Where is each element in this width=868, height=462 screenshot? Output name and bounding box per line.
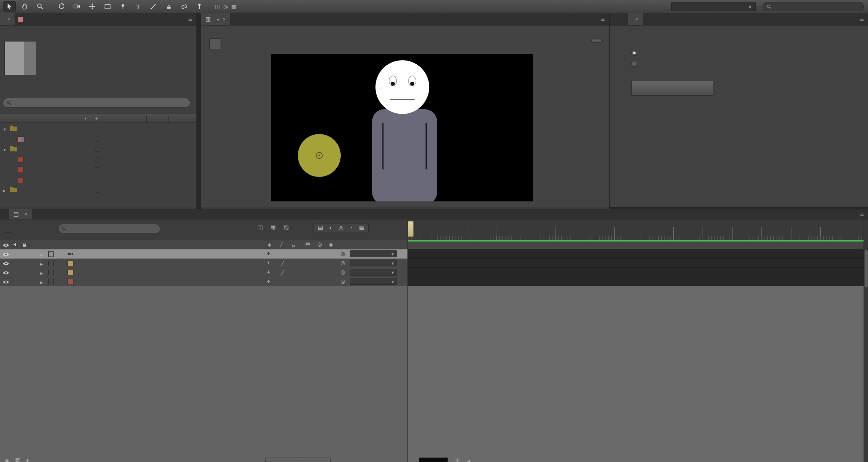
parent-dropdown[interactable] [350,269,397,276]
mask-shape-tool-button[interactable] [101,1,114,12]
add-icon[interactable] [26,457,29,462]
twirl-right-icon[interactable] [40,252,43,257]
video-column-eye-icon[interactable] [3,243,9,248]
layer-row-camera-1[interactable] [0,249,407,259]
pan-behind-tool-button[interactable] [86,1,98,12]
graph-editor-icon[interactable] [359,225,364,231]
help-search-box[interactable] [762,2,864,11]
layer-row-back-layer[interactable] [0,268,407,277]
twirl-down-icon[interactable] [3,147,6,152]
type-tool-button[interactable]: T [132,1,144,12]
time-navigator-box[interactable] [419,458,448,462]
clone-stamp-tool-button[interactable] [163,1,175,12]
layer-color-chip[interactable] [48,279,54,284]
hand-tool-button[interactable] [19,1,31,12]
panel-menu-icon[interactable] [860,211,864,217]
label-color-chip[interactable] [95,178,99,182]
puppet-pin-tool-button[interactable] [193,1,206,12]
label-color-chip[interactable] [95,167,99,172]
panel-menu-icon[interactable] [601,16,605,22]
tab-composition[interactable] [201,13,230,25]
playhead-line[interactable] [408,222,409,462]
timeline-search-input[interactable] [67,226,157,232]
vertical-scrollbar[interactable] [864,219,868,462]
draft-3d-icon[interactable] [270,225,276,230]
column-divider[interactable] [92,115,92,124]
column-divider[interactable] [146,115,147,124]
orbit-camera-tool-button[interactable] [55,1,68,12]
label-color-chip[interactable] [95,127,99,131]
panel-group-chip[interactable] [18,17,23,22]
track-bar-back-layer[interactable] [408,268,864,277]
composition-mini-flowchart-icon[interactable] [257,225,263,230]
selection-tool-button[interactable] [3,1,16,12]
label-color-chip[interactable] [95,147,99,152]
twirl-down-icon[interactable] [3,126,6,131]
project-search-box[interactable] [3,98,190,108]
project-row-solids[interactable] [0,185,196,195]
help-search-input[interactable] [774,3,859,10]
project-row-body-ai[interactable] [0,154,196,164]
make-2-sided-layer-button[interactable] [631,81,714,96]
quality-switch-icon[interactable] [281,261,284,266]
project-row-happy-face-ai[interactable] [0,164,196,175]
timeline-search-box[interactable] [58,224,160,233]
label-color-chip[interactable] [95,188,99,193]
renderer-button[interactable] [591,39,601,43]
tab-two-sided-layer-script[interactable] [628,13,643,25]
pen-tool-button[interactable] [117,1,129,12]
world-axis-icon[interactable] [231,4,237,10]
parent-dropdown[interactable] [350,250,397,257]
tab-footage[interactable] [239,13,248,25]
eye-icon[interactable] [3,261,9,267]
frame-blend-icon[interactable] [318,225,323,231]
radio-precomposition[interactable] [631,61,641,67]
composition-canvas[interactable] [271,54,533,201]
lock-column-icon[interactable] [22,242,27,247]
project-column-header[interactable] [0,114,196,123]
camera-tool-button[interactable] [71,1,83,12]
radio-current-composition[interactable] [631,50,641,56]
track-bar-camera-1[interactable] [408,249,864,259]
work-area-bar[interactable] [408,240,864,242]
column-divider[interactable] [168,115,168,124]
motion-blur-icon[interactable] [329,225,333,231]
chevron-down-icon[interactable] [216,17,220,22]
scrollbar-thumb[interactable] [865,250,868,287]
eye-icon[interactable] [3,252,9,258]
track-bar-front-layer[interactable] [408,259,864,268]
audio-column-speaker-icon[interactable] [13,242,18,247]
close-icon[interactable] [635,17,638,22]
playhead-handle[interactable] [408,221,414,237]
tab-effect-controls[interactable] [26,13,35,25]
layer-row-front-layer[interactable] [0,259,407,268]
eye-icon[interactable] [3,279,9,285]
options-icon[interactable] [455,457,460,462]
layer-color-chip[interactable] [48,251,54,257]
local-axis-icon[interactable] [223,4,228,10]
zoom-tool-button[interactable] [34,1,46,12]
expand-layers-icon[interactable] [5,457,9,462]
parent-dropdown[interactable] [350,260,397,266]
composition-viewer-tab[interactable] [209,38,221,49]
twirl-right-icon[interactable] [40,261,43,266]
tab-project[interactable] [0,13,15,25]
tab-character[interactable] [610,13,619,25]
layer-color-chip[interactable] [48,261,54,266]
track-bar-body-ai[interactable] [408,277,864,286]
scroll-left-icon[interactable] [467,458,470,462]
parent-pickwhip-icon[interactable] [340,279,345,284]
label-color-chip[interactable] [95,157,99,162]
parent-pickwhip-icon[interactable] [340,251,345,257]
project-row-sad-face-ai[interactable] [0,175,196,185]
quality-switch-icon[interactable] [281,270,284,275]
time-ruler[interactable] [408,219,864,240]
workspace-dropdown[interactable] [671,2,756,11]
twirl-right-icon[interactable] [40,279,43,284]
anchor-switch-icon[interactable] [267,251,270,257]
twirl-right-icon[interactable] [40,270,43,275]
project-row-footage[interactable] [0,144,196,154]
project-row-two-sided-layer[interactable] [0,134,196,144]
brush-tool-button[interactable] [147,1,160,12]
timeline-panel-divider[interactable] [407,219,408,462]
